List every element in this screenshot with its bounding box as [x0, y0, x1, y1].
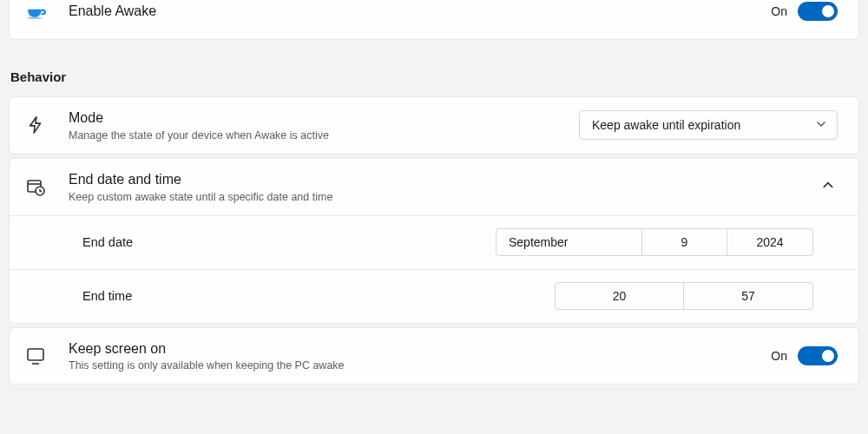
lightning-icon [23, 113, 48, 137]
awake-icon [23, 0, 48, 23]
keep-screen-on-title: Keep screen on [69, 340, 771, 358]
enable-awake-card: Enable Awake On [9, 0, 859, 40]
end-date-row: End date September 9 2024 [10, 215, 858, 269]
end-datetime-title: End date and time [69, 171, 819, 189]
end-date-picker[interactable]: September 9 2024 [496, 228, 813, 256]
enable-awake-row: Enable Awake On [10, 0, 858, 39]
keep-screen-on-desc: This setting is only available when keep… [69, 359, 771, 372]
calendar-clock-icon [23, 174, 48, 199]
mode-dropdown-value: Keep awake until expiration [592, 118, 740, 132]
end-time-picker[interactable]: 20 57 [555, 282, 813, 310]
end-date-year[interactable]: 2024 [727, 229, 812, 255]
chevron-up-icon[interactable] [819, 175, 838, 198]
keep-screen-on-toggle[interactable] [798, 346, 838, 365]
end-date-day[interactable]: 9 [642, 229, 727, 255]
behavior-section-title: Behavior [10, 69, 858, 84]
end-time-label: End time [82, 289, 555, 303]
end-datetime-desc: Keep custom awake state until a specific… [69, 191, 819, 203]
end-date-label: End date [82, 235, 496, 249]
keep-screen-on-state: On [771, 349, 787, 363]
mode-row: Mode Manage the state of your device whe… [10, 97, 858, 154]
end-time-row: End time 20 57 [10, 269, 858, 323]
mode-dropdown[interactable]: Keep awake until expiration [579, 110, 838, 140]
enable-awake-state: On [771, 4, 787, 18]
enable-awake-title: Enable Awake [69, 3, 771, 21]
end-time-minute[interactable]: 57 [684, 283, 812, 309]
keep-screen-on-card: Keep screen on This setting is only avai… [9, 327, 859, 385]
mode-title: Mode [69, 109, 579, 128]
monitor-icon [23, 344, 48, 368]
keep-screen-on-row: Keep screen on This setting is only avai… [10, 328, 858, 385]
mode-desc: Manage the state of your device when Awa… [69, 129, 579, 141]
mode-card: Mode Manage the state of your device whe… [9, 96, 859, 155]
end-date-month[interactable]: September [496, 229, 642, 255]
svg-point-0 [27, 16, 42, 19]
end-time-hour[interactable]: 20 [556, 283, 684, 309]
enable-awake-toggle[interactable] [798, 2, 838, 21]
chevron-down-icon [816, 118, 826, 132]
svg-rect-4 [28, 349, 43, 360]
end-datetime-card: End date and time Keep custom awake stat… [9, 158, 859, 324]
end-datetime-header[interactable]: End date and time Keep custom awake stat… [10, 159, 858, 215]
